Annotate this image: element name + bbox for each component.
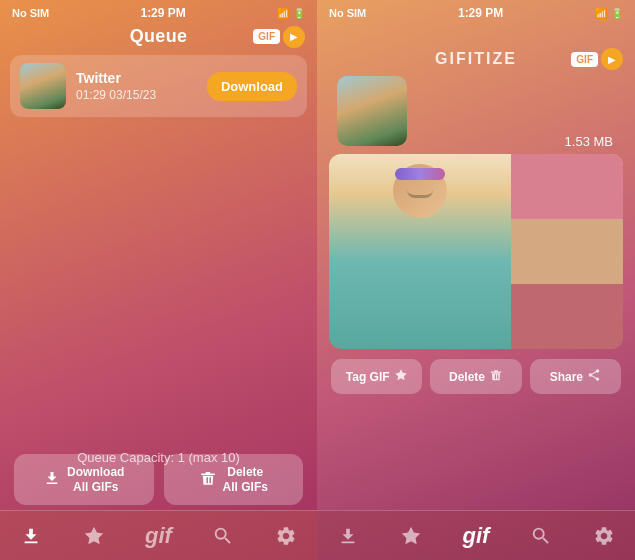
left-status-bar: No SIM 1:29 PM 📶 🔋 xyxy=(0,0,317,22)
delete-all-icon xyxy=(199,469,217,490)
queue-thumbnail xyxy=(20,63,66,109)
right-content: 1.53 MB Tag GIF xyxy=(317,76,635,560)
file-size: 1.53 MB xyxy=(565,134,613,149)
delete-label: Delete xyxy=(449,370,485,384)
tab-download-left[interactable] xyxy=(20,525,42,547)
queue-item: Twitter 01:29 03/15/23 Download xyxy=(10,55,307,117)
tab-search-left[interactable] xyxy=(212,525,234,547)
tab-settings-right[interactable] xyxy=(593,525,615,547)
gif-tag-left: GIF xyxy=(253,29,280,44)
play-button-left[interactable]: ▶ xyxy=(283,26,305,48)
gif-preview-thumbnail xyxy=(337,76,407,146)
tab-gif-right[interactable]: gif xyxy=(463,523,490,549)
left-carrier: No SIM xyxy=(12,7,49,19)
tab-settings-left[interactable] xyxy=(275,525,297,547)
share-button[interactable]: Share xyxy=(530,359,621,394)
tag-label: Tag GIF xyxy=(346,370,390,384)
tab-search-right[interactable] xyxy=(530,525,552,547)
tab-download-right[interactable] xyxy=(337,525,359,547)
tab-star-left[interactable] xyxy=(83,525,105,547)
right-battery-icon: 🔋 xyxy=(611,8,623,19)
right-status-bar: No SIM 1:29 PM 📶 🔋 xyxy=(317,0,635,22)
right-wifi-icon: 📶 xyxy=(595,8,607,19)
left-action-row: DownloadAll GIFs DeleteAll GIFs xyxy=(0,454,317,505)
download-button[interactable]: Download xyxy=(207,72,297,101)
delete-button[interactable]: Delete xyxy=(430,359,521,394)
download-all-icon xyxy=(43,469,61,490)
queue-info: Twitter 01:29 03/15/23 xyxy=(76,70,197,102)
left-status-icons: 📶 🔋 xyxy=(277,8,305,19)
tab-star-right[interactable] xyxy=(400,525,422,547)
play-button-right[interactable]: ▶ xyxy=(601,48,623,70)
queue-meta: 01:29 03/15/23 xyxy=(76,88,197,102)
right-carrier: No SIM xyxy=(329,7,366,19)
tab-gif-left[interactable]: gif xyxy=(145,523,172,549)
gif-badge: GIF ▶ xyxy=(253,26,305,48)
right-buttons: Tag GIF Delete Share xyxy=(329,359,623,394)
left-tab-bar: gif xyxy=(0,510,317,560)
left-time: 1:29 PM xyxy=(140,6,185,20)
right-status-icons: 📶 🔋 xyxy=(595,8,623,19)
queue-thumb-image xyxy=(20,63,66,109)
tag-gif-button[interactable]: Tag GIF xyxy=(331,359,422,394)
gif-main-preview xyxy=(329,154,623,349)
queue-source: Twitter xyxy=(76,70,197,86)
left-header: Queue GIF ▶ xyxy=(0,22,317,55)
download-all-label: DownloadAll GIFs xyxy=(67,465,124,494)
right-panel: No SIM 1:29 PM 📶 🔋 GIFITIZE GIF ▶ 1.53 M… xyxy=(317,0,635,560)
right-header: GIFITIZE GIF ▶ xyxy=(317,22,635,76)
right-title: GIFITIZE xyxy=(435,50,517,68)
trash-icon xyxy=(489,368,503,385)
right-gif-badge: GIF ▶ xyxy=(571,48,623,70)
right-time: 1:29 PM xyxy=(458,6,503,20)
share-label: Share xyxy=(550,370,583,384)
left-panel: No SIM 1:29 PM 📶 🔋 Queue GIF ▶ Twitter 0… xyxy=(0,0,317,560)
color-stripes xyxy=(511,154,623,349)
gif-tag-right: GIF xyxy=(571,52,598,67)
wifi-icon: 📶 xyxy=(277,8,289,19)
right-tab-bar: gif xyxy=(317,510,635,560)
delete-all-button[interactable]: DeleteAll GIFs xyxy=(164,454,304,505)
download-all-button[interactable]: DownloadAll GIFs xyxy=(14,454,154,505)
gif-thumb-image xyxy=(337,76,407,146)
battery-icon: 🔋 xyxy=(293,8,305,19)
left-title: Queue xyxy=(130,26,188,47)
share-icon xyxy=(587,368,601,385)
delete-all-label: DeleteAll GIFs xyxy=(223,465,268,494)
star-icon xyxy=(394,368,408,385)
